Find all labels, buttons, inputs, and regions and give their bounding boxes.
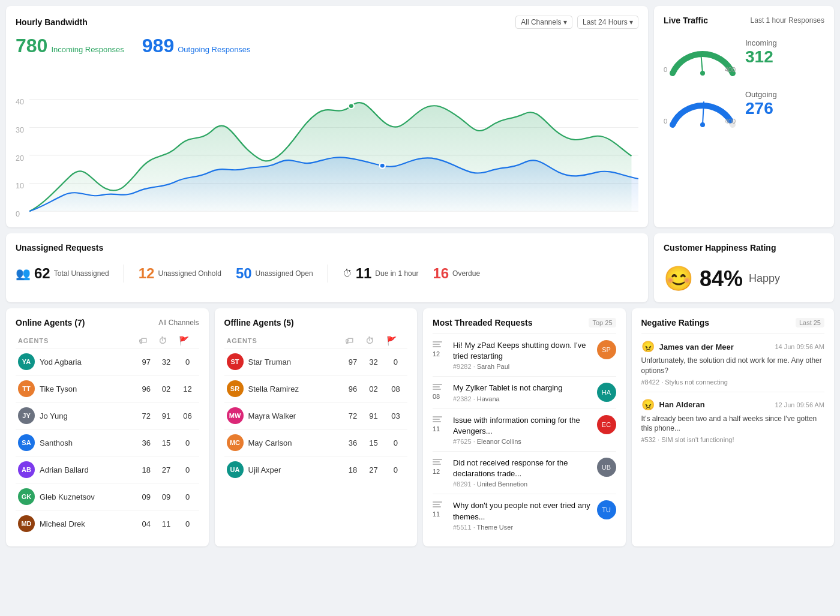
rating-text: Unfortunately, the solution did not work… (641, 356, 825, 376)
open-label: Unassigned Open (256, 269, 313, 278)
agent-tickets: 72 (343, 402, 364, 429)
offline-tickets-col-header: 🏷 (343, 333, 364, 348)
agent-tickets: 97 (136, 348, 156, 375)
online-agents-title: Online Agents (7) (16, 318, 85, 327)
svg-point-10 (349, 103, 354, 109)
agent-clock: 15 (156, 429, 176, 456)
agent-flag: 0 (176, 456, 199, 483)
avatar: MC (227, 434, 244, 451)
agent-name-cell: UA Ujil Axper (224, 456, 343, 483)
offline-agent-row: MW Mayra Walker 72 91 03 (224, 402, 408, 429)
incoming-gauge: 0 400 Incoming 312 (664, 31, 824, 73)
agent-flag: 0 (176, 429, 199, 456)
rating-tag: #532 · SIM slot isn't functioning! (641, 436, 825, 443)
gauge-min-label: 0 (664, 66, 667, 73)
online-agent-row: YA Yod Agbaria 97 32 0 (16, 348, 199, 375)
thread-count: 11 (433, 425, 447, 432)
online-agent-row: JY Jo Yung 72 91 06 (16, 402, 199, 429)
incoming-value: 312 (745, 47, 777, 67)
due-count: 11 (356, 265, 372, 282)
agent-name: Stella Ramirez (248, 384, 299, 393)
agent-name-cell: ST Star Truman (224, 348, 343, 375)
rating-name: James van der Meer (659, 342, 734, 351)
outgoing-type-label: Outgoing (745, 90, 777, 99)
thread-meta: #8291 · United Bennetion (453, 480, 591, 488)
agent-clock: 91 (363, 402, 384, 429)
overdue-unassigned: 16 Overdue (433, 265, 480, 282)
avatar: YA (18, 353, 35, 370)
avatar: ST (227, 353, 244, 370)
agent-name: Santhosh (40, 438, 73, 447)
gauge-max2-label: 400 (725, 118, 736, 125)
most-threaded-title: Most Threaded Requests (433, 318, 532, 327)
threaded-list: 12 Hi! My zPad Keeps shutting down. I've… (433, 333, 616, 537)
rating-header: 😠 James van der Meer 14 Jun 09:56 AM (641, 340, 825, 353)
thread-count: 12 (433, 468, 447, 475)
thread-avatar: HA (597, 383, 616, 402)
svg-rect-51 (433, 464, 441, 465)
svg-rect-47 (433, 419, 440, 420)
svg-text:10: 10 (16, 182, 24, 191)
thread-text: Hi! My zPad Keeps shutting down. I've tr… (453, 340, 591, 370)
svg-rect-52 (433, 501, 442, 503)
avatar: TT (18, 380, 35, 397)
due-label: Due in 1 hour (375, 269, 418, 278)
avatar: AB (18, 461, 35, 478)
offline-agents-title: Offline Agents (5) (224, 318, 294, 327)
incoming-gauge-info: Incoming 312 (745, 38, 777, 67)
agent-tickets: 18 (136, 456, 156, 483)
thread-title: Hi! My zPad Keeps shutting down. I've tr… (453, 340, 591, 362)
rating-name: Han Alderan (659, 400, 705, 409)
svg-rect-49 (433, 459, 442, 460)
live-traffic-title: Live Traffic (664, 16, 708, 25)
thread-avatar: EC (597, 415, 616, 434)
svg-text:30: 30 (16, 126, 24, 134)
offline-agent-row: MC May Carlson 36 15 0 (224, 429, 408, 456)
agent-flag: 08 (384, 375, 407, 402)
online-agent-row: AB Adrian Ballard 18 27 0 (16, 456, 199, 483)
sad-emoji: 😠 (641, 340, 655, 353)
thread-avatar: TU (597, 500, 616, 519)
ratings-list: 😠 James van der Meer 14 Jun 09:56 AM Unf… (641, 333, 825, 449)
threaded-item: 11 Why don't you people not ever tried a… (433, 494, 616, 536)
thread-text: Why don't you people not ever tried any … (453, 500, 591, 530)
thread-meta: #5511 · Theme User (453, 524, 591, 531)
outgoing-count: 989 (142, 35, 174, 57)
open-count: 50 (236, 265, 252, 282)
thread-avatar: UB (597, 458, 616, 477)
thread-title: Why don't you people not ever tried any … (453, 500, 591, 522)
channels-filter-button[interactable]: All Channels ▾ (515, 16, 572, 29)
thread-text: Issue with information coming for the Av… (453, 415, 591, 445)
clock-col-header: ⏱ (156, 333, 176, 348)
rating-date: 12 Jun 09:56 AM (775, 401, 824, 408)
outgoing-label: Outgoing Responses (178, 45, 250, 54)
offline-agent-row: ST Star Truman 97 32 0 (224, 348, 408, 375)
flag-col-header: 🚩 (176, 333, 199, 348)
agent-tickets: 04 (136, 510, 156, 537)
agent-tickets: 36 (136, 429, 156, 456)
agent-flag: 12 (176, 375, 199, 402)
offline-agent-row: UA Ujil Axper 18 27 0 (224, 456, 408, 483)
svg-rect-53 (433, 504, 440, 505)
rating-header: 😠 Han Alderan 12 Jun 09:56 AM (641, 398, 825, 411)
agent-clock: 11 (156, 510, 176, 537)
agent-name: Jo Yung (40, 411, 68, 420)
outgoing-gauge-info: Outgoing 276 (745, 90, 777, 118)
online-agent-row: TT Tike Tyson 96 02 12 (16, 375, 199, 402)
thread-icon: 11 (433, 416, 447, 432)
avatar: SR (227, 380, 244, 397)
agent-flag: 0 (384, 348, 407, 375)
thread-avatar: SP (597, 340, 616, 359)
agent-clock: 32 (156, 348, 176, 375)
bottom-row: Online Agents (7) All Channels AGENTS 🏷 … (6, 308, 834, 546)
agent-flag: 0 (384, 456, 407, 483)
time-filter-button[interactable]: Last 24 Hours ▾ (577, 16, 638, 29)
incoming-label: Incoming Responses (51, 45, 124, 54)
thread-agent: United Bennetion (477, 480, 527, 488)
offline-clock-col-header: ⏱ (363, 333, 384, 348)
svg-rect-50 (433, 461, 440, 462)
hourly-bandwidth-title: Hourly Bandwidth (16, 17, 88, 27)
agent-name: Star Truman (248, 357, 292, 366)
thread-text: Did not received response for the declar… (453, 458, 591, 488)
agent-name: Gleb Kuznetsov (40, 492, 95, 501)
